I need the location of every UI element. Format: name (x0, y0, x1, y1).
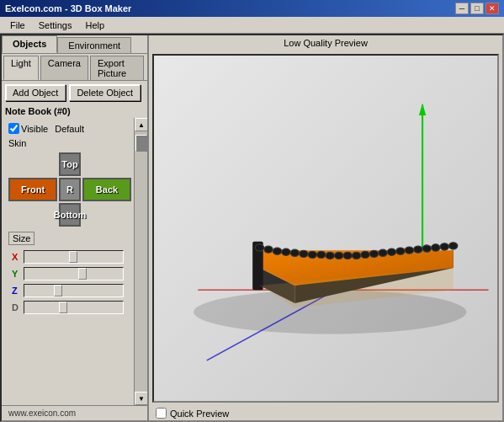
visible-checkbox-label[interactable]: Visible (8, 123, 48, 134)
close-button[interactable]: ✕ (485, 3, 499, 14)
d-slider[interactable] (24, 301, 124, 314)
quick-preview-row: Quick Preview (149, 406, 502, 420)
svg-point-1 (264, 246, 273, 253)
skin-grid: Top Front R Back Bottom (8, 152, 127, 227)
tab-light[interactable]: Light (3, 56, 39, 80)
front-face-button[interactable]: Front (8, 178, 57, 201)
tab-objects[interactable]: Objects (2, 35, 57, 53)
svg-point-9 (334, 252, 342, 259)
scroll-track[interactable] (135, 131, 147, 392)
svg-point-18 (414, 246, 422, 253)
svg-point-20 (432, 244, 440, 251)
x-label: X (12, 252, 20, 262)
vis-row: Visible Default (5, 121, 130, 136)
y-size-row: Y (8, 265, 127, 282)
add-object-button[interactable]: Add Object (5, 84, 66, 101)
skin-section-label: Skin (5, 137, 130, 149)
y-slider[interactable] (24, 267, 124, 280)
svg-point-4 (290, 249, 299, 256)
left-panel: Objects Environment Light Camera Export … (2, 35, 149, 420)
svg-point-16 (396, 248, 405, 254)
minimize-button[interactable]: ─ (455, 3, 469, 14)
title-bar: ExeIcon.com - 3D Box Maker ─ □ ✕ (0, 0, 504, 17)
bottom-face-button[interactable]: Bottom (59, 203, 81, 227)
scrollbar-vertical[interactable]: ▲ ▼ (134, 118, 147, 405)
visible-checkbox[interactable] (8, 123, 19, 134)
svg-point-0 (255, 244, 263, 251)
menu-settings[interactable]: Settings (32, 19, 79, 32)
quick-preview-label: Quick Preview (170, 409, 229, 419)
svg-point-14 (379, 249, 387, 256)
menu-bar: File Settings Help (0, 17, 504, 34)
d-slider-thumb[interactable] (59, 302, 67, 313)
z-label: Z (12, 286, 20, 296)
svg-point-5 (300, 250, 308, 257)
svg-point-17 (405, 247, 413, 254)
svg-point-11 (352, 252, 360, 259)
y-label: Y (12, 269, 20, 279)
maximize-button[interactable]: □ (470, 3, 484, 14)
d-label: D (12, 302, 20, 312)
r-face-button[interactable]: R (59, 178, 81, 201)
svg-point-2 (273, 248, 281, 254)
top-face-button[interactable]: Top (59, 152, 81, 176)
svg-point-21 (440, 243, 448, 250)
menu-help[interactable]: Help (78, 19, 111, 32)
object-label: Note Book (#0) (2, 104, 147, 118)
website-label: www.exeicon.com (8, 409, 76, 418)
delete-object-button[interactable]: Delete Object (69, 84, 141, 101)
y-slider-thumb[interactable] (78, 268, 87, 280)
x-slider-thumb[interactable] (69, 251, 77, 263)
z-size-row: Z (8, 282, 127, 299)
x-slider[interactable] (24, 250, 124, 264)
svg-point-7 (317, 251, 326, 258)
tab-environment[interactable]: Environment (57, 37, 131, 53)
svg-point-19 (422, 245, 431, 252)
size-section-label: Size (8, 232, 34, 245)
z-slider[interactable] (24, 284, 124, 297)
right-panel: Low Quality Preview (149, 35, 502, 420)
svg-point-8 (326, 252, 334, 259)
visible-label: Visible (21, 124, 48, 134)
back-face-button[interactable]: Back (82, 178, 131, 201)
green-axis-arrow (419, 103, 426, 115)
svg-point-3 (282, 248, 290, 255)
scroll-down-button[interactable]: ▼ (135, 392, 147, 405)
svg-point-13 (369, 250, 378, 257)
svg-point-10 (343, 252, 352, 259)
svg-point-22 (448, 243, 457, 249)
object-buttons: Add Object Delete Object (2, 81, 147, 104)
scroll-thumb[interactable] (135, 135, 147, 152)
main-window: Objects Environment Light Camera Export … (0, 34, 504, 422)
window-controls: ─ □ ✕ (455, 3, 499, 14)
svg-point-12 (361, 251, 369, 258)
preview-area (152, 54, 499, 403)
svg-point-6 (308, 251, 316, 258)
tab-camera[interactable]: Camera (40, 56, 88, 80)
menu-file[interactable]: File (3, 19, 32, 32)
x-size-row: X (8, 248, 127, 265)
scroll-panel: Visible Default Skin Top Front R (2, 118, 147, 405)
window-title: ExeIcon.com - 3D Box Maker (5, 3, 131, 13)
size-section: Size X Y (8, 232, 127, 316)
svg-point-15 (387, 248, 395, 255)
preview-title: Low Quality Preview (149, 35, 502, 51)
main-tab-bar: Objects Environment (2, 35, 147, 54)
scroll-up-button[interactable]: ▲ (135, 118, 147, 131)
z-slider-thumb[interactable] (54, 285, 62, 296)
status-bar: www.exeicon.com (2, 405, 147, 420)
scroll-content: Visible Default Skin Top Front R (2, 118, 134, 405)
sub-tab-bar: Light Camera Export Picture (2, 54, 147, 81)
notebook-scene (154, 56, 497, 401)
quick-preview-checkbox[interactable] (156, 408, 167, 419)
default-label: Default (55, 124, 84, 134)
tab-export-picture[interactable]: Export Picture (90, 56, 144, 80)
d-size-row: D (8, 299, 127, 316)
